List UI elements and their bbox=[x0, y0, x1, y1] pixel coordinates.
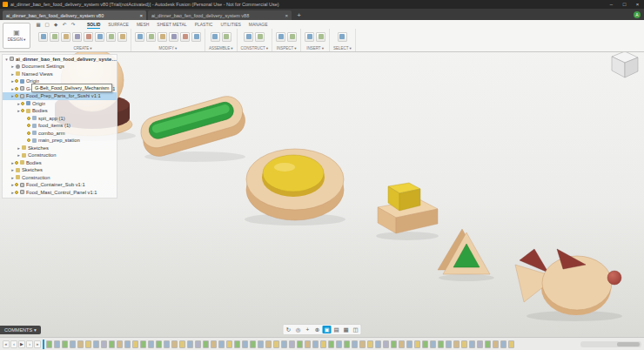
zoom-icon[interactable]: ⊕ bbox=[313, 326, 322, 333]
insert-mesh-icon[interactable] bbox=[316, 32, 325, 42]
timeline-feature-component[interactable] bbox=[179, 340, 185, 348]
expand-caret-icon[interactable]: ▸ bbox=[10, 71, 15, 77]
timeline-feature-component[interactable] bbox=[320, 340, 326, 348]
new-component-icon[interactable] bbox=[38, 32, 48, 42]
timeline-feature-sketch[interactable] bbox=[438, 340, 444, 348]
workspace-selector[interactable]: ▣ DESIGN ▾ bbox=[3, 23, 30, 49]
browser-item[interactable]: ▸Food_Prep_Parts_for_Sushi v1:1 bbox=[3, 92, 117, 100]
timeline-scrollbar-thumb[interactable] bbox=[617, 342, 640, 347]
grid-and-snaps-icon[interactable]: ▦ bbox=[342, 326, 351, 333]
visibility-bulb-icon[interactable] bbox=[15, 191, 18, 194]
timeline-feature-extrude[interactable] bbox=[258, 340, 264, 348]
timeline-feature-fillet[interactable] bbox=[399, 340, 405, 348]
combine-icon[interactable] bbox=[180, 32, 190, 42]
browser-item[interactable]: main_prep_station bbox=[3, 137, 117, 145]
joint-icon[interactable] bbox=[222, 32, 231, 42]
browser-item[interactable]: ▸Named Views bbox=[3, 71, 117, 78]
comments-bar[interactable]: COMMENTS ▾ bbox=[0, 326, 41, 334]
tab-close-icon[interactable]: × bbox=[285, 13, 288, 18]
timeline-feature-extrude[interactable] bbox=[187, 340, 193, 348]
pan-icon[interactable]: + bbox=[304, 326, 312, 333]
timeline-feature-component[interactable] bbox=[226, 340, 232, 348]
expand-caret-icon[interactable]: ▸ bbox=[10, 64, 15, 69]
timeline-feature-fillet[interactable] bbox=[493, 340, 499, 348]
timeline-feature-extrude[interactable] bbox=[93, 340, 99, 348]
timeline-feature-extrude[interactable] bbox=[148, 340, 154, 348]
browser-root-item[interactable]: ▾ ai_dinner_bao_fen_food_delivery_system… bbox=[3, 55, 117, 63]
timeline-feature-extrude[interactable] bbox=[406, 340, 413, 348]
timeline-feature-fillet[interactable] bbox=[77, 340, 84, 348]
ribbon-tab-utilities[interactable]: UTILITIES bbox=[220, 20, 240, 29]
shell-icon[interactable] bbox=[169, 32, 178, 42]
orbit-icon[interactable]: ↻ bbox=[285, 326, 293, 333]
timeline-feature-sketch[interactable] bbox=[109, 340, 115, 348]
user-avatar[interactable]: A bbox=[634, 11, 641, 18]
timeline-feature-sketch[interactable] bbox=[485, 340, 491, 348]
timeline-feature-extrude[interactable] bbox=[281, 340, 287, 348]
timeline-feature-sketch[interactable] bbox=[156, 340, 162, 348]
browser-item[interactable]: ▸Bodies bbox=[3, 159, 117, 167]
browser-item[interactable]: ▸Construction bbox=[3, 174, 117, 182]
extrude-icon[interactable] bbox=[61, 32, 70, 42]
browser-item[interactable]: ▸Food_Container_Sub v1:1 bbox=[3, 181, 117, 189]
chamfer-icon[interactable] bbox=[158, 32, 167, 42]
timeline-feature-sketch[interactable] bbox=[344, 340, 350, 348]
visibility-bulb-icon[interactable] bbox=[15, 94, 18, 98]
timeline-feature-joint[interactable] bbox=[477, 340, 483, 348]
minimize-button[interactable]: – bbox=[605, 0, 618, 9]
visibility-bulb-icon[interactable] bbox=[15, 161, 18, 165]
visibility-bulb-icon[interactable] bbox=[27, 138, 30, 142]
chevron-down-icon[interactable]: ▾ bbox=[175, 46, 177, 50]
timeline-position-marker[interactable] bbox=[43, 340, 44, 349]
timeline-feature-extrude[interactable] bbox=[218, 340, 225, 348]
timeline-feature-component[interactable] bbox=[508, 340, 514, 348]
ribbon-tab-plastic[interactable]: PLASTIC bbox=[195, 20, 213, 29]
offset-plane-icon[interactable] bbox=[244, 32, 253, 42]
chevron-down-icon[interactable]: ▾ bbox=[266, 46, 268, 50]
timeline-feature-joint[interactable] bbox=[289, 340, 295, 348]
chevron-down-icon[interactable]: ▾ bbox=[90, 46, 91, 50]
timeline-feature-extrude[interactable] bbox=[500, 340, 506, 348]
timeline-feature-component[interactable] bbox=[414, 340, 420, 348]
skip-to-start-icon[interactable]: « bbox=[3, 340, 10, 348]
loft-icon[interactable] bbox=[95, 32, 104, 42]
visibility-bulb-icon[interactable] bbox=[27, 117, 30, 120]
visibility-bulb-icon[interactable] bbox=[21, 109, 24, 112]
visibility-bulb-icon[interactable] bbox=[15, 183, 18, 186]
expand-caret-icon[interactable]: ▾ bbox=[4, 57, 9, 62]
timeline-feature-sketch[interactable] bbox=[234, 340, 240, 348]
timeline-feature-sketch[interactable] bbox=[46, 340, 52, 348]
timeline-feature-fillet[interactable] bbox=[211, 340, 217, 348]
ribbon-tab-sheet-metal[interactable]: SHEET METAL bbox=[157, 20, 186, 29]
ribbon-tab-surface[interactable]: SURFACE bbox=[108, 20, 129, 29]
timeline-feature-joint[interactable] bbox=[383, 340, 389, 348]
construction-axis-icon[interactable] bbox=[255, 32, 265, 42]
timeline-feature-sketch[interactable] bbox=[203, 340, 209, 348]
move-copy-icon[interactable] bbox=[191, 32, 201, 42]
save-icon[interactable]: ◆ bbox=[52, 21, 59, 28]
timeline-feature-sketch[interactable] bbox=[297, 340, 303, 348]
timeline-feature-fillet[interactable] bbox=[117, 340, 123, 348]
timeline-feature-sketch[interactable] bbox=[391, 340, 397, 348]
timeline-feature-joint[interactable] bbox=[195, 340, 201, 348]
visibility-bulb-icon[interactable] bbox=[15, 79, 18, 83]
timeline-feature-extrude[interactable] bbox=[54, 340, 60, 348]
timeline-feature-sketch[interactable] bbox=[250, 340, 256, 348]
timeline-feature-sketch[interactable] bbox=[328, 340, 334, 348]
skip-to-end-icon[interactable]: » bbox=[34, 340, 41, 348]
timeline-feature-extrude[interactable] bbox=[164, 340, 170, 348]
timeline-scrollbar[interactable] bbox=[580, 341, 641, 347]
close-button[interactable]: × bbox=[631, 0, 644, 9]
step-forward-icon[interactable]: › bbox=[26, 340, 33, 348]
thread-icon[interactable] bbox=[117, 32, 127, 42]
fillet-icon[interactable] bbox=[146, 32, 156, 42]
ribbon-tab-mesh[interactable]: MESH bbox=[137, 20, 149, 29]
timeline-feature-component[interactable] bbox=[132, 340, 138, 348]
timeline-feature-sketch[interactable] bbox=[422, 340, 428, 348]
timeline-feature-extrude[interactable] bbox=[312, 340, 319, 348]
timeline-feature-extrude[interactable] bbox=[124, 340, 131, 348]
browser-item[interactable]: ▸Bodies bbox=[3, 107, 117, 115]
timeline-feature-component[interactable] bbox=[85, 340, 91, 348]
select-tool-icon[interactable] bbox=[338, 32, 347, 42]
timeline-feature-sketch[interactable] bbox=[62, 340, 68, 348]
